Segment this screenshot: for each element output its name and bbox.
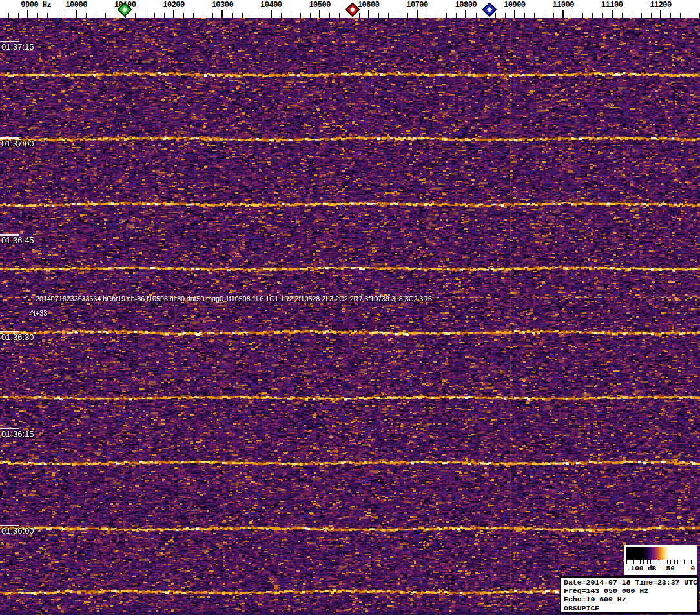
info-line-echo: Echo=10 600 Hz [564, 595, 697, 603]
freq-major-tick [368, 10, 369, 18]
freq-minor-tick [544, 13, 544, 18]
freq-minor-tick [602, 13, 603, 18]
freq-minor-tick [446, 13, 447, 18]
freq-minor-tick [252, 13, 252, 18]
freq-minor-tick [164, 13, 165, 18]
freq-minor-tick [427, 13, 427, 18]
freq-minor-tick [680, 13, 681, 18]
freq-minor-tick [96, 13, 96, 18]
freq-minor-tick [553, 13, 554, 18]
freq-minor-tick [690, 13, 690, 18]
freq-minor-tick [582, 13, 583, 18]
freq-minor-tick [8, 13, 9, 18]
freq-minor-tick [388, 13, 389, 18]
db-colorbar: -100 dB -50 0 [624, 545, 697, 576]
freq-major-tick [319, 10, 320, 18]
freq-minor-tick [398, 13, 398, 18]
time-label: 01:36:30 [1, 332, 34, 342]
freq-minor-tick [476, 13, 477, 18]
freq-major-tick [173, 10, 174, 18]
freq-minor-tick [203, 13, 203, 18]
spectrogram-app: 9900 Hz100001010010200103001040010500106… [0, 0, 700, 615]
freq-major-tick [27, 10, 28, 18]
freq-minor-tick [378, 13, 379, 18]
freq-minor-tick [437, 13, 437, 18]
freq-major-tick [514, 10, 515, 18]
freq-minor-tick [242, 13, 243, 18]
freq-minor-tick [47, 13, 48, 18]
freq-minor-tick [135, 13, 136, 18]
observation-info-box: Date=2014-07-18 Time=23:37 UTC Freq=143 … [560, 576, 699, 614]
freq-minor-tick [592, 13, 593, 18]
freq-minor-tick [339, 13, 340, 18]
freq-minor-tick [651, 13, 652, 18]
freq-major-tick [76, 10, 77, 18]
freq-minor-tick [105, 13, 106, 18]
freq-minor-tick [641, 13, 642, 18]
freq-minor-tick [310, 13, 311, 18]
freq-major-tick [660, 10, 661, 18]
freq-minor-tick [329, 13, 330, 18]
freq-minor-tick [359, 13, 360, 18]
freq-major-tick [417, 10, 418, 18]
freq-minor-tick [212, 13, 213, 18]
colorbar-label-max: 0 [690, 565, 695, 572]
freq-major-tick [465, 10, 466, 18]
time-label: 01:37:00 [1, 139, 34, 148]
freq-minor-tick [262, 13, 262, 18]
freq-major-tick [271, 10, 272, 18]
freq-minor-tick [281, 13, 282, 18]
freq-minor-tick [670, 13, 671, 18]
freq-minor-tick [145, 13, 145, 18]
freq-minor-tick [456, 13, 457, 18]
freq-minor-tick [495, 13, 496, 18]
freq-minor-tick [291, 13, 291, 18]
freq-minor-tick [505, 13, 506, 18]
time-label: 01:37:15 [1, 42, 34, 52]
colorbar-label-min: -100 dB [626, 565, 656, 572]
freq-minor-tick [407, 13, 408, 18]
freq-major-tick [562, 10, 564, 18]
marker-blue-diamond-center [487, 7, 492, 12]
freq-minor-tick [300, 13, 301, 18]
freq-minor-tick [18, 13, 19, 18]
freq-minor-tick [622, 13, 623, 18]
marker-green-diamond-center [122, 7, 127, 12]
freq-minor-tick [232, 13, 233, 18]
info-line-freq: Freq=143 050 000 Hz [564, 587, 697, 595]
time-offset-annotation: ^t+33 [30, 309, 47, 317]
freq-minor-tick [524, 13, 525, 18]
freq-minor-tick [573, 13, 573, 18]
freq-minor-tick [183, 13, 184, 18]
freq-minor-tick [632, 13, 632, 18]
colorbar-gradient [626, 547, 694, 560]
spectrogram-canvas[interactable] [0, 18, 700, 615]
info-line-station: OBSUPICE [564, 604, 697, 612]
freq-major-tick [221, 10, 223, 18]
detection-annotation: 20140718233633664 hCnt19 nb-86 f10598 hi… [36, 295, 432, 303]
freq-minor-tick [37, 13, 38, 18]
colorbar-ticks [626, 560, 694, 564]
time-label: 01:36:15 [1, 429, 34, 439]
freq-minor-tick [154, 13, 155, 18]
info-line-date: Date=2014-07-18 Time=23:37 UTC [564, 578, 697, 587]
freq-minor-tick [57, 13, 57, 18]
freq-axis-label: 11200 [625, 1, 696, 10]
freq-minor-tick [116, 13, 116, 18]
freq-minor-tick [534, 13, 535, 18]
freq-minor-tick [86, 13, 87, 18]
freq-minor-tick [193, 13, 194, 18]
marker-red-diamond-center [350, 7, 355, 12]
time-label: 01:36:00 [1, 526, 34, 536]
freq-major-tick [612, 10, 613, 18]
freq-minor-tick [67, 13, 67, 18]
colorbar-label-mid: -50 [662, 565, 675, 572]
time-label: 01:36:45 [1, 236, 34, 245]
